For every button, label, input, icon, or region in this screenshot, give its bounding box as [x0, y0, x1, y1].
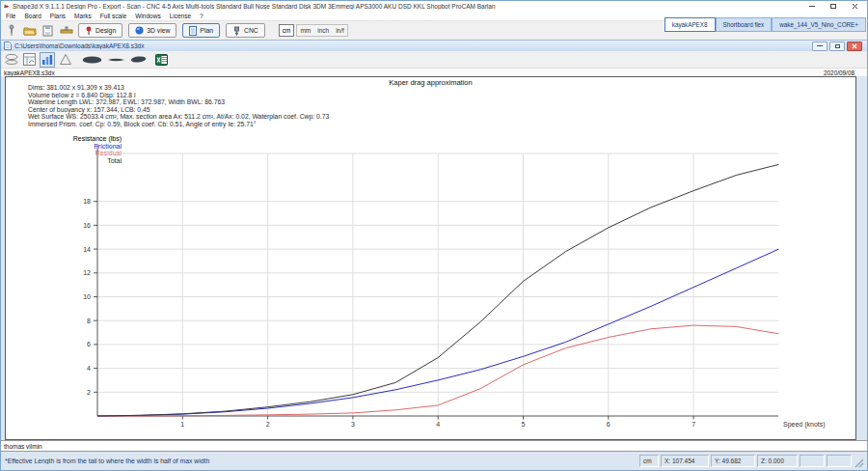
menu-item-windows[interactable]: Windows [135, 13, 160, 19]
statusbar: *Effective Length is from the tail to wh… [1, 452, 867, 470]
minimize-button[interactable] [807, 2, 817, 10]
doc-close-button[interactable] [847, 42, 862, 51]
maximize-button[interactable] [828, 2, 838, 10]
svg-text:12: 12 [83, 269, 91, 276]
plan-icon [189, 26, 197, 36]
plan-button-label: Plan [200, 27, 213, 34]
chart-view-button[interactable] [40, 52, 55, 68]
svg-text:6: 6 [607, 421, 610, 428]
plan-button[interactable]: Plan [182, 23, 220, 38]
author-bar: thomas vilmin [1, 440, 867, 452]
panel-view-icon[interactable] [22, 52, 37, 68]
svg-text:2: 2 [87, 389, 91, 396]
design-pin-icon [85, 26, 93, 36]
top-view-icon[interactable] [81, 52, 103, 68]
resize-grip[interactable] [854, 457, 865, 469]
window-title: Shape3d X 9.1.1.1 Design Pro - Export - … [13, 3, 807, 10]
app-window: Shape3d X 9.1.1.1 Design Pro - Export - … [0, 0, 868, 471]
menu-item-license[interactable]: License [170, 13, 191, 19]
perspective-view-icon[interactable] [129, 52, 148, 68]
status-z: Z: 0.000 [757, 455, 798, 467]
doc-date: 2020/09/08 [824, 69, 864, 76]
cnc-icon [232, 26, 241, 36]
status-x: X: 107.454 [661, 455, 709, 467]
document-icon [4, 42, 12, 50]
chart-area: Kaper drag approximation Dims: 381.002 x… [5, 76, 856, 440]
svg-text:18: 18 [83, 198, 91, 205]
svg-text:7: 7 [692, 421, 695, 428]
doc-titlebar: C:\Users\thoma\Downloads\kayakAPEX8.s3dx [1, 40, 867, 51]
model-tab-wake144[interactable]: wake_144_V5_Nino_CORE+ [772, 17, 866, 32]
svg-text:16: 16 [83, 222, 91, 229]
model-tab-kayakapex8[interactable]: kayakAPEX8 [665, 17, 716, 32]
view3d-button-label: 3D view [147, 27, 170, 34]
unit-inf-button[interactable]: in/f [336, 27, 344, 34]
svg-text:Speed (knots): Speed (knots) [783, 421, 826, 429]
view-toolbar [1, 51, 867, 69]
design-button[interactable]: Design [78, 23, 122, 38]
save-icon[interactable] [41, 24, 55, 38]
doc-restore-button[interactable] [829, 42, 845, 51]
menu-item-board[interactable]: Board [24, 13, 41, 19]
cnc-button-label: CNC [244, 27, 258, 34]
menu-item-plans[interactable]: Plans [50, 13, 66, 19]
doc-filename: kayakAPEX8.s3dx [4, 69, 55, 76]
open-folder-icon[interactable] [23, 24, 37, 38]
menu-item-marks[interactable]: Marks [74, 13, 92, 19]
close-button[interactable] [850, 2, 859, 10]
author-name: thomas vilmin [4, 443, 42, 450]
svg-text:1: 1 [180, 421, 184, 428]
model-tab-shortboard-flex[interactable]: Shortboard flex [716, 17, 773, 32]
unit-group: mm inch in/f [296, 24, 347, 37]
design-button-label: Design [95, 27, 116, 34]
svg-text:10: 10 [83, 293, 91, 300]
menu-item-file[interactable]: File [6, 13, 15, 19]
outline-view-icon[interactable] [4, 52, 19, 68]
menu-item-help[interactable]: ? [200, 13, 203, 19]
file-path: C:\Users\thoma\Downloads\kayakAPEX8.s3dx [14, 42, 812, 49]
titlebar: Shape3d X 9.1.1.1 Design Pro - Export - … [1, 1, 867, 11]
svg-text:14: 14 [83, 246, 91, 253]
status-cell-empty [800, 455, 825, 467]
doc-minimize-button[interactable] [812, 42, 827, 51]
sphere-icon [135, 26, 144, 35]
svg-text:6: 6 [87, 341, 91, 347]
cnc-button[interactable]: CNC [226, 23, 265, 38]
svg-text:4: 4 [87, 365, 91, 372]
svg-text:8: 8 [87, 318, 91, 324]
workspace: Kaper drag approximation Dims: 381.002 x… [1, 76, 867, 440]
doc-header: kayakAPEX8.s3dx 2020/09/08 [1, 69, 867, 76]
view3d-button[interactable]: 3D view [128, 23, 176, 38]
status-message: *Effective Length is from the tail to wh… [3, 457, 637, 464]
status-cell-empty [827, 455, 852, 467]
status-unit: cm [639, 455, 659, 467]
pin-icon[interactable] [5, 24, 18, 38]
unit-mm-button[interactable]: mm [300, 27, 311, 34]
model-tabs: kayakAPEX8 Shortboard flex wake_144_V5_N… [665, 17, 866, 32]
unit-inch-button[interactable]: inch [317, 27, 329, 34]
svg-text:5: 5 [522, 421, 526, 428]
svg-text:2: 2 [266, 421, 270, 428]
curvature-icon[interactable] [58, 52, 73, 68]
bar-chart-icon [41, 54, 53, 66]
side-view-icon[interactable] [106, 52, 126, 68]
svg-text:4: 4 [436, 421, 440, 428]
app-logo-icon [3, 3, 10, 10]
resistance-chart: 246810121416181234567Speed (knots) [6, 77, 855, 439]
status-y: Y: 49.682 [711, 455, 755, 467]
svg-text:3: 3 [351, 421, 355, 428]
menu-item-full-scale[interactable]: Full scale [100, 13, 126, 19]
excel-export-icon[interactable] [154, 52, 169, 68]
ruler-icon[interactable] [60, 24, 73, 38]
unit-cm-button[interactable]: cm [279, 24, 295, 37]
